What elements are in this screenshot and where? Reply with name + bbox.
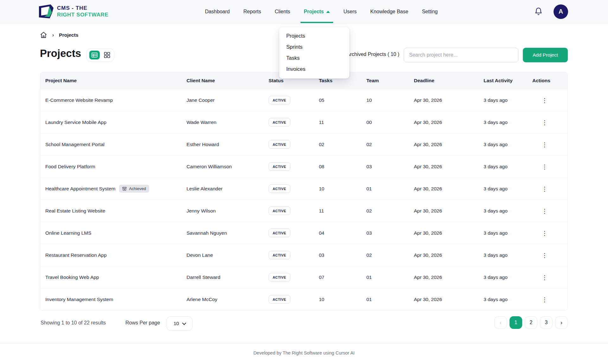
tasks-cell: 10 — [319, 297, 366, 302]
status-cell: ACTIVE — [263, 251, 319, 259]
client-name-cell: Leslie Alexander — [181, 186, 263, 192]
status-cell: ACTIVE — [263, 229, 319, 237]
team-cell: 02 — [366, 252, 413, 258]
nav-item-clients[interactable]: Clients — [275, 0, 290, 23]
column-header-last-activity: Last Activity — [483, 78, 532, 83]
nav-item-users[interactable]: Users — [344, 0, 357, 23]
menu-item-tasks[interactable]: Tasks — [279, 52, 349, 64]
page-title: Projects — [40, 47, 81, 59]
client-name-cell: Darrell Steward — [181, 275, 263, 280]
table-row[interactable]: Laundry Service Mobile AppWade WarrenACT… — [40, 111, 567, 133]
brand-name: CMS - THE RIGHT SOFTWARE — [57, 5, 108, 18]
nav-item-projects[interactable]: Projects — [304, 0, 330, 23]
brand-logo-icon — [38, 4, 54, 20]
pagination-page-1[interactable]: 1 — [510, 316, 522, 329]
deadline-cell: Apr 30, 2026 — [413, 97, 483, 103]
archived-projects-link[interactable]: Archived Projects ( 10 ) — [347, 52, 399, 57]
achieved-badge: Achieved — [119, 185, 149, 193]
pagination-page-2[interactable]: 2 — [525, 316, 537, 329]
row-actions-button[interactable] — [540, 118, 549, 127]
menu-item-invoices[interactable]: Invoices — [279, 64, 349, 75]
nav-item-setting[interactable]: Setting — [422, 0, 438, 23]
rows-per-page-select[interactable]: 10 — [167, 316, 193, 331]
actions-cell — [532, 229, 568, 238]
pagination-next-button[interactable] — [555, 316, 568, 329]
column-header-tasks: Tasks — [319, 78, 366, 83]
chevron-down-icon — [182, 321, 186, 325]
menu-item-projects[interactable]: Projects — [279, 30, 349, 41]
actions-cell — [532, 96, 568, 105]
row-actions-button[interactable] — [540, 273, 549, 282]
table-row[interactable]: Restaurant Reservation AppDevon LaneACTI… — [40, 244, 567, 266]
team-cell: 01 — [366, 297, 413, 302]
table-row[interactable]: Travel Booking Web AppDarrell StewardACT… — [40, 266, 567, 288]
row-actions-button[interactable] — [540, 96, 549, 105]
column-header-client-name: Client Name — [181, 78, 263, 83]
table-view-button[interactable] — [89, 51, 100, 59]
project-name: Real Estate Listing Website — [45, 208, 105, 214]
project-name-cell: Restaurant Reservation App — [40, 252, 181, 258]
project-name-cell: Inventory Management System — [40, 297, 181, 302]
table-row[interactable]: School Management PortalEsther HowardACT… — [40, 133, 567, 155]
actions-cell — [532, 140, 568, 149]
nav-item-label: Setting — [422, 9, 438, 15]
actions-cell — [532, 184, 568, 193]
nav-item-knowledge-base[interactable]: Knowledge Base — [370, 0, 408, 23]
row-actions-button[interactable] — [540, 140, 549, 149]
tasks-cell: 10 — [319, 186, 366, 192]
pagination: 123 — [494, 316, 568, 329]
client-name-cell: Cameron Williamson — [181, 164, 263, 170]
brand-logo-block[interactable]: CMS - THE RIGHT SOFTWARE — [38, 4, 108, 20]
brand-name-line2: RIGHT SOFTWARE — [57, 12, 108, 18]
status-badge: ACTIVE — [269, 162, 290, 171]
row-actions-button[interactable] — [540, 251, 549, 260]
status-badge: ACTIVE — [269, 184, 290, 193]
status-badge: ACTIVE — [269, 140, 290, 149]
status-badge: ACTIVE — [269, 207, 290, 215]
table-row[interactable]: Real Estate Listing WebsiteJenny WilsonA… — [40, 200, 567, 222]
table-row[interactable]: Online Learning LMSSavannah NguyenACTIVE… — [40, 222, 567, 244]
breadcrumb-current[interactable]: Projects — [59, 32, 78, 38]
row-actions-button[interactable] — [540, 162, 549, 171]
client-name-cell: Arlene McCoy — [181, 297, 263, 302]
tasks-cell: 07 — [319, 275, 366, 280]
column-header-deadline: Deadline — [413, 78, 483, 83]
column-header-team: Team — [366, 78, 413, 83]
pagination-prev-button[interactable] — [494, 316, 507, 329]
results-summary: Showing 1 to 10 of 22 results — [41, 320, 106, 326]
project-name-cell: Healthcare Appointment System Achieved — [40, 185, 181, 193]
deadline-cell: Apr 30, 2026 — [413, 164, 483, 170]
client-name-cell: Jenny Wilson — [181, 208, 263, 214]
team-cell: 00 — [366, 120, 413, 125]
row-actions-button[interactable] — [540, 184, 549, 193]
row-actions-button[interactable] — [540, 207, 549, 215]
menu-item-sprints[interactable]: Sprints — [279, 41, 349, 52]
add-project-button[interactable]: Add Project — [523, 48, 568, 62]
team-cell: 02 — [366, 208, 413, 214]
notifications-bell-icon[interactable] — [534, 7, 543, 16]
nav-item-dashboard[interactable]: Dashboard — [205, 0, 230, 23]
row-actions-button[interactable] — [540, 295, 549, 304]
status-cell: ACTIVE — [263, 162, 319, 171]
pagination-page-3[interactable]: 3 — [540, 316, 553, 329]
table-row[interactable]: Inventory Management SystemArlene McCoyA… — [40, 288, 567, 310]
grid-view-button[interactable] — [103, 51, 111, 59]
chevron-up-icon — [326, 11, 330, 13]
user-avatar[interactable]: A — [554, 4, 568, 19]
table-row[interactable]: Food Delivery PlatformCameron Williamson… — [40, 155, 567, 177]
site-footer-text: Developed by The Right Software using Cu… — [0, 350, 608, 355]
tasks-cell: 05 — [319, 97, 366, 103]
last-activity-cell: 3 days ago — [483, 120, 532, 125]
actions-cell — [532, 295, 568, 304]
nav-item-reports[interactable]: Reports — [243, 0, 261, 23]
table-row[interactable]: E-Commerce Website RevampJane CooperACTI… — [40, 89, 567, 111]
actions-cell — [532, 162, 568, 171]
table-row[interactable]: Healthcare Appointment System AchievedLe… — [40, 177, 567, 200]
nav-item-label: Knowledge Base — [370, 9, 408, 15]
last-activity-cell: 3 days ago — [483, 164, 532, 170]
deadline-cell: Apr 30, 2026 — [413, 208, 483, 214]
home-icon[interactable] — [40, 31, 47, 39]
client-name-cell: Devon Lane — [181, 252, 263, 258]
row-actions-button[interactable] — [540, 229, 549, 238]
search-input[interactable] — [404, 48, 518, 62]
